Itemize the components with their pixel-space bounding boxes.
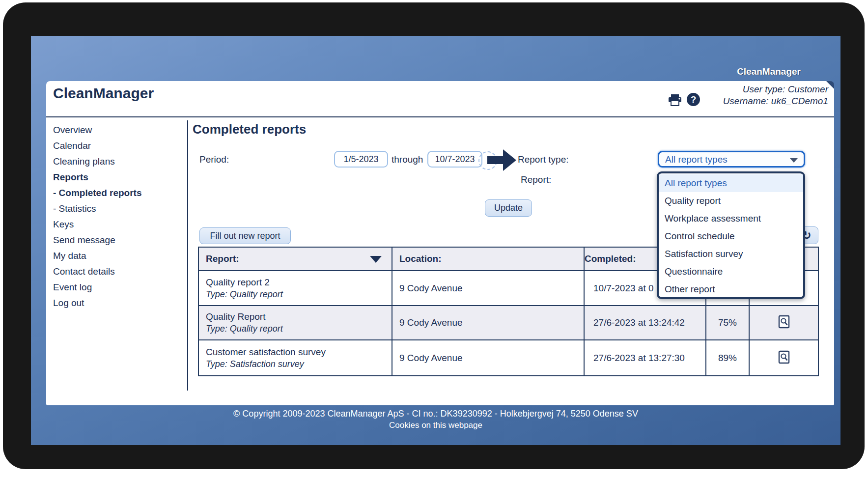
device-frame: CleanManager CleanManager ? User type: C… xyxy=(3,2,865,469)
report-result-percent: 75% xyxy=(706,306,749,340)
period-to-input[interactable] xyxy=(427,151,482,168)
report-name: Quality report 2 xyxy=(206,277,392,288)
sidebar-item-contact-details[interactable]: Contact details xyxy=(46,264,187,280)
view-report-icon[interactable] xyxy=(778,315,790,329)
report-type-label: Report type: xyxy=(518,154,569,165)
header-divider xyxy=(46,116,834,117)
report-location: 9 Cody Avenue xyxy=(392,340,584,376)
report-location: 9 Cody Avenue xyxy=(392,306,584,340)
update-button[interactable]: Update xyxy=(485,199,532,217)
report-name: Customer satisfaction survey xyxy=(206,346,392,358)
table-row: Customer satisfaction survey Type: Satis… xyxy=(198,340,818,376)
username-text: Username: uk6_CDemo1 xyxy=(723,95,828,107)
dropdown-option[interactable]: Satisfaction survey xyxy=(659,245,803,263)
sidebar-item-reports[interactable]: Reports xyxy=(46,169,187,185)
report-location: 9 Cody Avenue xyxy=(392,271,584,306)
fill-out-new-report-button[interactable]: Fill out new report xyxy=(199,227,291,244)
sidebar-item-completed-reports[interactable]: - Completed reports xyxy=(46,185,187,201)
report-label: Report: xyxy=(521,174,551,185)
dropdown-option[interactable]: Other report xyxy=(659,281,803,298)
report-type-line: Type: Quality report xyxy=(206,323,392,335)
app-window: CleanManager ? User type: Customer Usern… xyxy=(46,81,834,405)
user-type-text: User type: Customer xyxy=(723,84,828,95)
sidebar-item-cleaning-plans[interactable]: Cleaning plans xyxy=(46,154,187,169)
report-name: Quality Report xyxy=(206,311,392,323)
print-icon[interactable] xyxy=(668,94,682,106)
annotation-arrow xyxy=(487,156,504,164)
brand-watermark: CleanManager xyxy=(737,66,801,77)
sidebar-item-log-out[interactable]: Log out xyxy=(46,295,187,311)
view-report-icon[interactable] xyxy=(778,350,790,364)
copyright-text: © Copyright 2009-2023 CleanManager ApS -… xyxy=(31,408,840,420)
dropdown-option[interactable]: All report types xyxy=(659,174,803,192)
chevron-down-icon xyxy=(790,158,798,163)
period-from-input[interactable] xyxy=(334,151,388,168)
period-label: Period: xyxy=(199,154,229,165)
report-type-line: Type: Satisfaction survey xyxy=(206,358,392,370)
user-info: User type: Customer Username: uk6_CDemo1 xyxy=(723,84,828,107)
help-icon[interactable]: ? xyxy=(687,93,700,106)
report-type-selected-value: All report types xyxy=(665,154,728,165)
dropdown-option[interactable]: Questionnaire xyxy=(659,263,803,281)
report-type-dropdown-list: All report types Quality report Workplac… xyxy=(657,171,805,299)
dropdown-option[interactable]: Control schedule xyxy=(659,227,803,245)
sidebar-item-my-data[interactable]: My data xyxy=(46,248,187,264)
report-result-percent: 89% xyxy=(706,340,749,376)
sidebar-item-event-log[interactable]: Event log xyxy=(46,280,187,295)
sidebar-nav: Overview Calendar Cleaning plans Reports… xyxy=(46,122,187,311)
report-type-line: Type: Quality report xyxy=(206,288,392,300)
sidebar-item-send-message[interactable]: Send message xyxy=(46,232,187,248)
screenshot-stage: CleanManager CleanManager ? User type: C… xyxy=(0,0,868,477)
desktop-background: CleanManager CleanManager ? User type: C… xyxy=(31,36,840,445)
cookies-link[interactable]: Cookies on this webpage xyxy=(31,420,840,431)
sidebar-divider xyxy=(187,120,188,391)
annotation-arrow-head xyxy=(503,149,516,171)
dropdown-option[interactable]: Workplace assessment xyxy=(659,210,803,227)
location-column-header: Location: xyxy=(392,247,584,271)
report-completed-time: 27/6-2023 at 13:27:30 xyxy=(584,340,706,376)
dropdown-option[interactable]: Quality report xyxy=(659,192,803,210)
sidebar-item-overview[interactable]: Overview xyxy=(46,122,187,138)
report-completed-time: 27/6-2023 at 13:24:42 xyxy=(584,306,706,340)
sort-descending-icon xyxy=(370,256,382,263)
footer: © Copyright 2009-2023 CleanManager ApS -… xyxy=(31,408,840,431)
report-column-header[interactable]: Report: xyxy=(198,247,392,271)
app-title: CleanManager xyxy=(53,85,154,102)
sidebar-item-statistics[interactable]: - Statistics xyxy=(46,201,187,217)
table-row: Quality Report Type: Quality report 9 Co… xyxy=(198,306,818,340)
page-title: Completed reports xyxy=(193,122,306,137)
report-type-select[interactable]: All report types xyxy=(658,151,805,168)
sidebar-item-calendar[interactable]: Calendar xyxy=(46,138,187,154)
through-label: through xyxy=(392,154,423,165)
sidebar-item-keys[interactable]: Keys xyxy=(46,217,187,232)
